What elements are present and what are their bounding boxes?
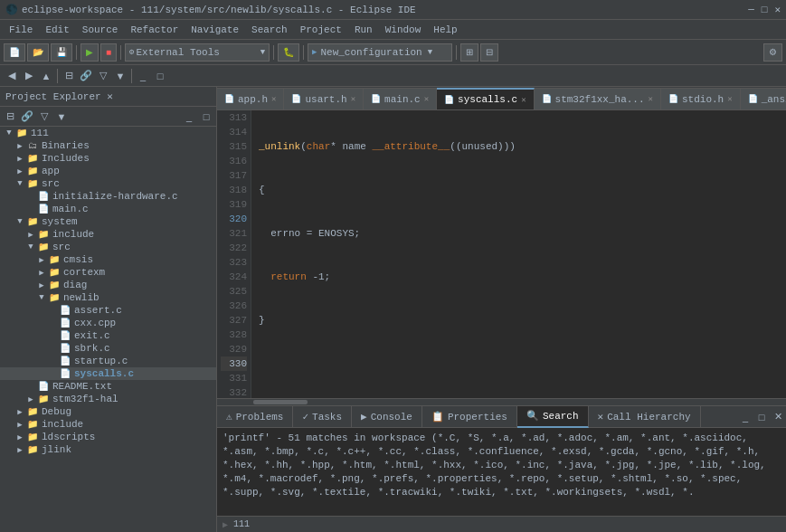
tree-item-sbrk[interactable]: 📄 sbrk.c [0, 342, 216, 355]
tree-item-cortexm[interactable]: ▶ 📁 cortexm [0, 266, 216, 279]
tree-item-exit[interactable]: 📄 exit.c [0, 329, 216, 342]
tree-item-cmsis[interactable]: ▶ 📁 cmsis [0, 253, 216, 266]
tree-item-diag[interactable]: ▶ 📁 diag [0, 279, 216, 291]
file-icon-startup: 📄 [58, 356, 72, 366]
tab-close-stdio-h[interactable]: ✕ [727, 94, 732, 104]
tree-item-app[interactable]: ▶ 📁 app [0, 165, 216, 177]
save-btn[interactable]: 💾 [51, 43, 72, 62]
menu-help[interactable]: Help [428, 23, 462, 37]
filter-btn[interactable]: ▽ [95, 68, 111, 84]
tab-ansi-h[interactable]: 📄 _ansi.h ✕ [741, 88, 786, 109]
tree-item-111[interactable]: ▼ 📁 111 [0, 127, 216, 139]
binaries-icon: 🗂 [25, 140, 40, 151]
tree-item-main-c[interactable]: 📄 main.c [0, 203, 216, 215]
tree-item-include[interactable]: ▶ 📁 include [0, 228, 216, 241]
file-icon-sbrk: 📄 [58, 343, 72, 354]
minimize-btn[interactable]: ─ [748, 5, 754, 15]
minimize-view-btn[interactable]: _ [135, 68, 151, 84]
collapse-all-btn[interactable]: ⊟ [61, 68, 77, 84]
menu-edit[interactable]: Edit [40, 23, 74, 37]
bottom-maximize-btn[interactable]: □ [753, 409, 770, 425]
stop-btn[interactable]: ■ [100, 43, 117, 62]
folder-icon-debug: 📁 [25, 406, 40, 417]
tab-syscalls-c[interactable]: 📄 syscalls.c ✕ [437, 88, 534, 109]
code-editor[interactable]: 313 314 315 316 317 318 319 320 321 322 … [217, 110, 786, 398]
tree-item-stm32f1-hal[interactable]: ▶ 📁 stm32f1-hal [0, 393, 216, 405]
run-btn[interactable]: ▶ [80, 43, 99, 62]
tab-main-c[interactable]: 📄 main.c ✕ [364, 88, 437, 109]
pe-minimize-btn[interactable]: _ [181, 109, 197, 125]
tree-item-binaries[interactable]: ▶ 🗂 Binaries [0, 139, 216, 152]
menu-source[interactable]: Source [77, 23, 124, 37]
up-btn[interactable]: ▲ [38, 68, 54, 84]
pe-maximize-btn[interactable]: □ [198, 109, 214, 125]
tree-item-ldscripts[interactable]: ▶ 📁 ldscripts [0, 431, 216, 443]
tab-label-problems: Problems [236, 412, 284, 423]
back-btn[interactable]: ◀ [4, 68, 20, 84]
link-btn[interactable]: 🔗 [78, 68, 94, 84]
tree-item-jlink[interactable]: ▶ 📁 jlink [0, 443, 216, 456]
tree-item-system[interactable]: ▼ 📁 system [0, 215, 216, 228]
settings-btn[interactable]: ⚙ [763, 43, 782, 62]
maximize-view-btn[interactable]: □ [152, 68, 168, 84]
tab-close-usart-h[interactable]: ✕ [351, 94, 355, 104]
tab-tasks[interactable]: ✓ Tasks [293, 406, 352, 428]
tree-item-init-hw[interactable]: 📄 initialize-hardware.c [0, 190, 216, 203]
code-content[interactable]: _unlink(char* name __attribute__((unused… [251, 110, 786, 398]
menu-refactor[interactable]: Refactor [125, 23, 184, 37]
tree-item-debug[interactable]: ▶ 📁 Debug [0, 405, 216, 418]
tab-close-syscalls-c[interactable]: ✕ [521, 95, 526, 105]
menu-navigate[interactable]: Navigate [185, 23, 244, 37]
tree-item-cxx[interactable]: 📄 cxx.cpp [0, 317, 216, 329]
tab-console[interactable]: ▶ Console [352, 406, 422, 428]
tab-usart-h[interactable]: 📄 usart.h ✕ [284, 88, 364, 109]
external-tools-dropdown[interactable]: ⚙ External Tools ▼ [125, 43, 270, 62]
menu-file[interactable]: File [4, 23, 38, 37]
tab-search[interactable]: 🔍 Search [517, 406, 589, 428]
pe-toolbar: ⊟ 🔗 ▽ ▼ _ □ [0, 107, 216, 127]
menu-project[interactable]: Project [295, 23, 347, 37]
folder-icon-src2: 📁 [36, 242, 51, 252]
tab-close-main-c[interactable]: ✕ [424, 94, 429, 104]
bottom-close-btn[interactable]: ✕ [770, 409, 786, 425]
tab-app-h[interactable]: 📄 app.h ✕ [217, 88, 284, 109]
tab-properties[interactable]: 📋 Properties [422, 406, 517, 428]
tree-item-syscalls[interactable]: 📄 syscalls.c [0, 367, 216, 380]
pe-link-btn[interactable]: 🔗 [19, 109, 35, 125]
tab-close-stm32f1-h[interactable]: ✕ [649, 94, 653, 104]
pe-menu-btn[interactable]: ▼ [53, 109, 70, 125]
tab-close-app-h[interactable]: ✕ [271, 94, 276, 104]
tree-item-readme[interactable]: 📄 README.txt [0, 380, 216, 393]
tab-problems[interactable]: ⚠ Problems [217, 406, 293, 428]
debug-btn[interactable]: 🐛 [278, 43, 299, 62]
tab-stm32f1-h[interactable]: 📄 stm32f1xx_ha... ✕ [535, 88, 661, 109]
new-config-dropdown[interactable]: ▶ New_configuration ▼ [308, 43, 452, 62]
pe-collapse-btn[interactable]: ⊟ [2, 109, 18, 125]
open-btn[interactable]: 📂 [27, 43, 49, 62]
tree-item-src2[interactable]: ▼ 📁 src [0, 241, 216, 253]
tab-call-hierarchy[interactable]: ✕ Call Hierarchy [589, 406, 701, 428]
tree-item-startup[interactable]: 📄 startup.c [0, 355, 216, 367]
perspective-btn[interactable]: ⊞ [460, 43, 478, 62]
tree-item-include2[interactable]: ▶ 📁 include [0, 418, 216, 431]
new-btn[interactable]: 📄 [4, 43, 25, 62]
h-scrollbar[interactable] [217, 398, 786, 405]
tree-item-assert[interactable]: 📄 assert.c [0, 304, 216, 317]
tree-arrow-jlink: ▶ [14, 445, 25, 455]
tab-stdio-h[interactable]: 📄 stdio.h ✕ [661, 88, 741, 109]
file-icon-exit: 📄 [58, 330, 72, 341]
tree-label-ldscripts: ldscripts [42, 432, 95, 442]
bottom-minimize-btn[interactable]: _ [737, 409, 753, 425]
menu-window[interactable]: Window [380, 23, 427, 37]
close-btn[interactable]: ✕ [774, 4, 781, 15]
tree-item-includes[interactable]: ▶ 📁 Includes [0, 152, 216, 165]
menu-run[interactable]: Run [349, 23, 378, 37]
tree-item-newlib[interactable]: ▼ 📁 newlib [0, 291, 216, 304]
forward-btn[interactable]: ▶ [21, 68, 37, 84]
pe-filter-btn[interactable]: ▽ [36, 109, 52, 125]
view-menu-btn[interactable]: ▼ [112, 68, 128, 84]
maximize-btn[interactable]: □ [762, 5, 768, 15]
layout-btn[interactable]: ⊟ [480, 43, 498, 62]
tree-item-src[interactable]: ▼ 📁 src [0, 177, 216, 190]
menu-search[interactable]: Search [246, 23, 293, 37]
